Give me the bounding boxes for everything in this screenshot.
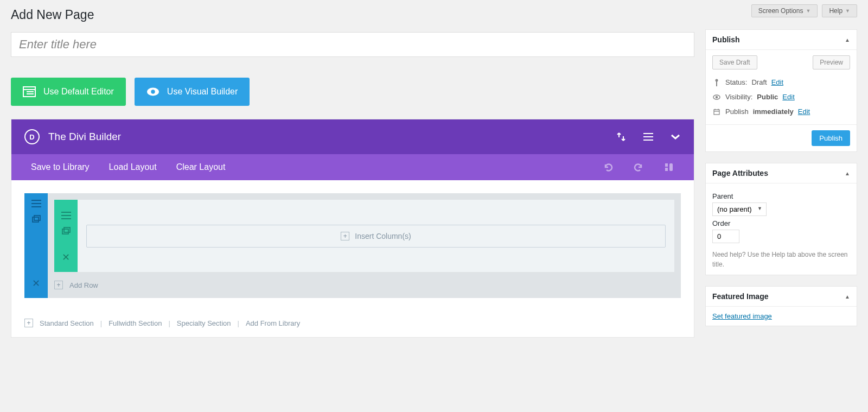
layout-icon xyxy=(23,85,36,98)
use-visual-builder-label: Use Visual Builder xyxy=(167,87,238,97)
parent-label: Parent xyxy=(712,192,850,200)
svg-point-5 xyxy=(151,90,155,93)
preview-button[interactable]: Preview xyxy=(813,55,850,69)
import-export-icon[interactable] xyxy=(616,131,627,142)
plus-icon: + xyxy=(341,232,349,240)
set-featured-image-link[interactable]: Set featured image xyxy=(712,312,772,320)
svg-rect-14 xyxy=(716,81,717,86)
row-drag-icon[interactable] xyxy=(61,211,71,220)
status-label: Status: xyxy=(725,78,747,86)
screen-options-label: Screen Options xyxy=(758,7,803,15)
parent-select[interactable]: (no parent) xyxy=(712,202,767,216)
publish-date-value: immediately xyxy=(753,107,794,116)
order-input[interactable] xyxy=(712,230,739,243)
eye-icon xyxy=(712,94,721,100)
publish-heading: Publish xyxy=(712,35,740,44)
divi-builder-panel: D The Divi Builder xyxy=(11,119,694,338)
chevron-down-icon: ▼ xyxy=(806,8,810,14)
collapse-icon[interactable]: ▲ xyxy=(845,294,850,300)
builder-section: ✕ xyxy=(24,193,681,298)
use-default-editor-button[interactable]: Use Default Editor xyxy=(11,78,126,106)
visibility-edit-link[interactable]: Edit xyxy=(782,93,794,101)
history-icon[interactable] xyxy=(663,162,674,173)
svg-rect-10 xyxy=(34,215,40,220)
page-attributes-metabox: Page Attributes ▲ Parent (no parent) ▼ O… xyxy=(705,163,857,275)
featured-image-heading: Featured Image xyxy=(712,292,768,301)
collapse-icon[interactable]: ▲ xyxy=(845,37,850,43)
status-value: Draft xyxy=(751,78,767,86)
help-label: Help xyxy=(829,7,843,15)
pin-icon xyxy=(712,79,721,86)
svg-point-16 xyxy=(716,96,718,98)
undo-icon[interactable] xyxy=(603,162,614,173)
attributes-help-text: Need help? Use the Help tab above the sc… xyxy=(712,250,850,269)
publish-metabox: Publish ▲ Save Draft Preview Status: Dra… xyxy=(705,29,857,152)
plus-icon: + xyxy=(54,281,63,289)
publish-date-edit-link[interactable]: Edit xyxy=(798,107,810,116)
svg-rect-11 xyxy=(62,229,68,234)
fullwidth-section-link[interactable]: Fullwidth Section xyxy=(108,319,162,327)
svg-point-13 xyxy=(716,79,718,81)
svg-rect-9 xyxy=(33,217,39,222)
chevron-down-icon[interactable] xyxy=(670,131,681,142)
eye-icon xyxy=(146,85,159,98)
svg-rect-17 xyxy=(714,110,719,115)
chevron-down-icon: ▼ xyxy=(845,8,850,14)
row-copy-icon[interactable] xyxy=(62,227,71,236)
builder-row: ✕ + Insert Column(s) xyxy=(54,200,674,272)
divi-logo-icon: D xyxy=(24,129,40,144)
plus-icon: + xyxy=(24,319,33,327)
add-row-label: Add Row xyxy=(69,281,98,289)
publish-button[interactable]: Publish xyxy=(812,130,850,146)
svg-rect-6 xyxy=(665,163,668,167)
title-input[interactable] xyxy=(11,32,694,57)
section-drag-icon[interactable] xyxy=(31,199,41,208)
visibility-value: Public xyxy=(757,93,778,101)
add-from-library-link[interactable]: Add From Library xyxy=(246,319,300,327)
save-draft-button[interactable]: Save Draft xyxy=(712,55,757,69)
help-button[interactable]: Help ▼ xyxy=(822,4,857,17)
specialty-section-link[interactable]: Specialty Section xyxy=(177,319,231,327)
page-attributes-heading: Page Attributes xyxy=(712,169,768,178)
insert-columns-button[interactable]: + Insert Column(s) xyxy=(86,225,666,248)
load-layout-button[interactable]: Load Layout xyxy=(109,162,157,172)
clear-layout-button[interactable]: Clear Layout xyxy=(176,162,226,172)
standard-section-link[interactable]: Standard Section xyxy=(40,319,94,327)
row-delete-icon[interactable]: ✕ xyxy=(62,243,70,272)
svg-rect-7 xyxy=(665,168,668,171)
calendar-icon xyxy=(712,109,721,115)
use-visual-builder-button[interactable]: Use Visual Builder xyxy=(135,78,250,106)
status-edit-link[interactable]: Edit xyxy=(771,78,783,86)
section-delete-icon[interactable]: ✕ xyxy=(32,269,40,298)
redo-icon[interactable] xyxy=(633,162,644,173)
page-title: Add New Page xyxy=(11,0,694,32)
order-label: Order xyxy=(712,219,850,227)
publish-date-label: Publish xyxy=(725,107,749,116)
section-copy-icon[interactable] xyxy=(32,215,41,224)
divi-builder-title: The Divi Builder xyxy=(48,131,121,143)
visibility-label: Visibility: xyxy=(725,93,752,101)
svg-rect-8 xyxy=(669,163,673,171)
featured-image-metabox: Featured Image ▲ Set featured image xyxy=(705,286,857,326)
use-default-editor-label: Use Default Editor xyxy=(43,87,114,97)
collapse-icon[interactable]: ▲ xyxy=(845,170,850,176)
svg-rect-12 xyxy=(64,227,70,232)
insert-columns-label: Insert Column(s) xyxy=(355,232,411,240)
menu-icon[interactable] xyxy=(643,131,654,142)
add-row-button[interactable]: + Add Row xyxy=(54,276,674,291)
save-to-library-button[interactable]: Save to Library xyxy=(31,162,90,172)
screen-options-button[interactable]: Screen Options ▼ xyxy=(751,4,818,17)
